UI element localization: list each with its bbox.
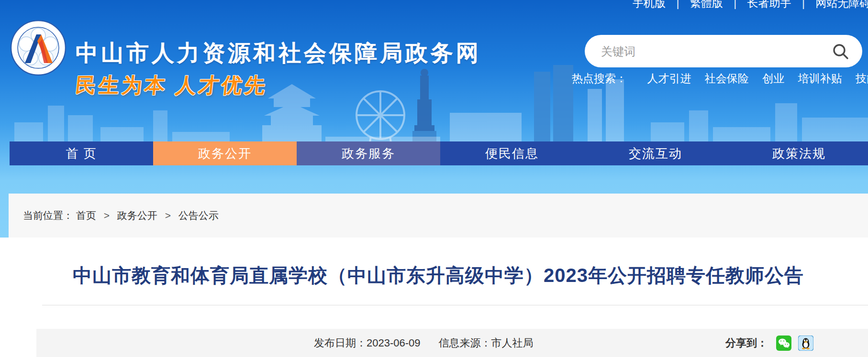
site-logo — [10, 19, 67, 76]
nav-tab-home[interactable]: 首 页 — [10, 141, 153, 165]
breadcrumb-separator: > — [165, 210, 171, 221]
hot-search: 热点搜索： 人才引进 社会保险 创业 培训补贴 技能鉴定 — [572, 71, 868, 86]
publish-date-value: 2023-06-09 — [367, 337, 421, 349]
topbar-separator: | — [802, 0, 805, 9]
hot-search-item-social-insurance[interactable]: 社会保险 — [705, 72, 749, 85]
qq-share-button[interactable] — [798, 335, 813, 351]
title-divider — [42, 305, 868, 305]
site-slogan: 民生为本 人才优先 — [74, 72, 269, 99]
nav-tab-gov-services[interactable]: 政务服务 — [297, 141, 440, 165]
nav-tab-public-info[interactable]: 便民信息 — [440, 141, 584, 165]
topbar-link-accessibility[interactable]: 网站无障碍 — [815, 0, 868, 9]
main-nav: 首 页 政务公开 政务服务 便民信息 交流互动 政策法规 — [10, 141, 868, 165]
topbar-link-elderly[interactable]: 长者助手 — [747, 0, 791, 9]
breadcrumb: 当前位置： 首页 > 政务公开 > 公告公示 — [9, 194, 868, 238]
wechat-icon — [776, 335, 791, 351]
article-meta: 发布日期： 2023-06-09 信息来源： 市人社局 — [314, 329, 534, 357]
topbar-link-mobile[interactable]: 手机版 — [633, 0, 666, 9]
share-label: 分享到： — [725, 336, 768, 350]
topbar-links: 手机版 | 繁體版 | 长者助手 | 网站无障碍 — [633, 0, 868, 9]
topbar-separator: | — [734, 0, 736, 9]
qq-icon — [798, 335, 813, 351]
search-button[interactable] — [832, 43, 849, 60]
breadcrumb-home[interactable]: 首页 — [76, 210, 96, 221]
article-title: 中山市教育和体育局直属学校（中山市东升高级中学）2023年公开招聘专任教师公告 — [9, 262, 868, 289]
wechat-share-button[interactable] — [776, 335, 791, 351]
hot-search-item-startup[interactable]: 创业 — [762, 72, 784, 85]
search-input[interactable] — [600, 35, 827, 68]
nav-tab-gov-disclosure[interactable]: 政务公开 — [153, 141, 297, 165]
nav-tab-policies[interactable]: 政策法规 — [727, 141, 868, 165]
source-label: 信息来源： — [439, 336, 491, 350]
share-bar: 分享到： — [725, 329, 820, 357]
hot-search-item-talent[interactable]: 人才引进 — [647, 72, 691, 85]
nav-tab-interaction[interactable]: 交流互动 — [584, 141, 727, 165]
article: 中山市教育和体育局直属学校（中山市东升高级中学）2023年公开招聘专任教师公告 … — [9, 238, 868, 357]
source-value: 市人社局 — [491, 336, 534, 350]
hot-search-item-skill-appraisal[interactable]: 技能鉴定 — [856, 72, 868, 85]
breadcrumb-separator: > — [104, 210, 110, 221]
breadcrumb-gov-disclosure[interactable]: 政务公开 — [117, 210, 157, 221]
article-meta-bar: 发布日期： 2023-06-09 信息来源： 市人社局 分享到： — [36, 329, 868, 357]
topbar-separator: | — [676, 0, 679, 9]
search-icon — [832, 43, 849, 60]
page: 手机版 | 繁體版 | 长者助手 | 网站无障碍 中山市人力资源和社会保障局政务… — [0, 0, 868, 357]
topbar-link-traditional[interactable]: 繁體版 — [690, 0, 723, 9]
publish-date-label: 发布日期： — [314, 336, 367, 350]
search-box — [585, 35, 862, 67]
breadcrumb-label: 当前位置： — [23, 210, 73, 221]
hot-search-label: 热点搜索： — [572, 72, 627, 85]
breadcrumb-announcements[interactable]: 公告公示 — [178, 210, 219, 221]
hot-search-item-training-subsidy[interactable]: 培训补贴 — [798, 72, 842, 85]
site-title: 中山市人力资源和社会保障局政务网 — [76, 38, 481, 68]
